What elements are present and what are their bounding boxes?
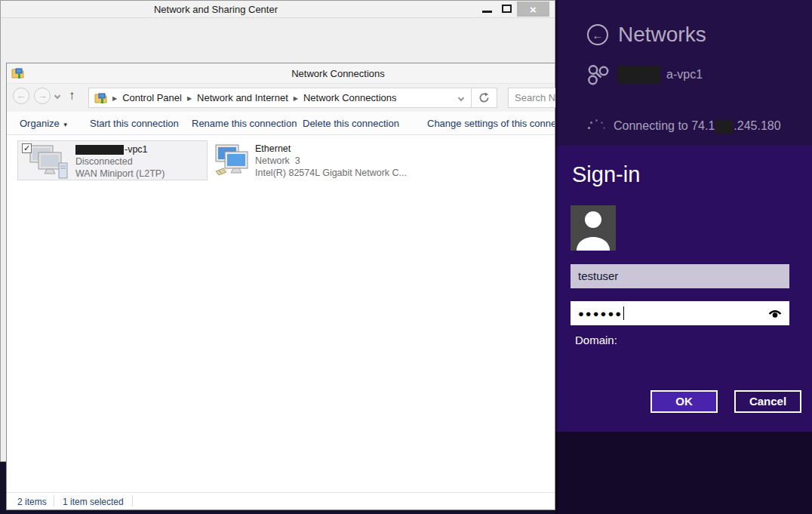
panel-header: ← Networks a-vpc1 [555,0,812,146]
organize-menu-button[interactable]: Organize▼ [20,118,69,129]
connections-list: ✓ -vpc1 Disconnected [7,135,555,493]
recent-locations-chevron-icon[interactable] [54,93,60,99]
breadcrumb-separator: ▶ [294,94,298,102]
status-divider [54,495,54,506]
signin-section: Sign-in testuser ●●●●●● [555,146,812,432]
connection-status: Disconnected [75,156,133,167]
signin-heading: Sign-in [572,162,640,187]
back-nav-button[interactable]: ← [13,88,29,104]
search-input[interactable]: Search Ne [508,88,556,108]
password-dots: ●●●●●● [578,308,623,319]
address-folder-icon [94,92,107,104]
search-placeholder: Search Ne [515,92,556,103]
person-icon [571,205,616,251]
connection-item-vpn[interactable]: ✓ -vpc1 Disconnected [17,140,208,180]
connecting-spinner-icon [587,119,605,133]
status-divider [132,495,133,506]
status-bar: 2 items 1 item selected [7,492,555,509]
text-caret [623,306,624,320]
maximize-button[interactable] [497,1,516,17]
redacted-text [75,145,124,155]
password-input[interactable]: ●●●●●● [571,301,789,325]
connection-name: -vpc1 [75,144,148,155]
front-window-titlebar[interactable]: Network Connections [7,63,555,84]
vpn-connection-icon [26,145,69,180]
cancel-button[interactable]: Cancel [734,390,801,413]
refresh-button[interactable] [472,88,497,108]
breadcrumb-control-panel[interactable]: Control Panel [122,92,182,103]
ethernet-connection-icon [214,144,251,180]
user-avatar [571,205,616,251]
window-network-connections: Network Connections ← → ↑ ▶ Control Pane… [6,63,555,510]
username-input[interactable]: testuser [571,264,789,288]
address-dropdown-chevron-icon[interactable] [458,95,464,101]
panel-footer [555,432,812,514]
forward-nav-button[interactable]: → [34,88,51,104]
breadcrumb-separator: ▶ [112,94,117,102]
address-toolbar: ← → ↑ ▶ Control Panel ▶ Network and Inte… [7,84,555,112]
panel-title: Networks [618,23,706,47]
redacted-text [617,66,660,84]
reveal-password-icon[interactable] [767,307,783,322]
back-window-titlebar[interactable]: Network and Sharing Center × [1,1,555,18]
vpn-network-row[interactable]: a-vpc1 [586,63,703,86]
breadcrumb-network-connections[interactable]: Network Connections [303,92,397,103]
selected-count: 1 item selected [63,497,124,507]
close-button[interactable]: × [517,2,549,17]
command-bar: Organize▼ Start this connection Rename t… [7,112,555,135]
up-one-level-button[interactable]: ↑ [69,88,75,103]
connection-item-ethernet[interactable]: Ethernet Network 3 Intel(R) 82574L Gigab… [214,140,411,180]
address-bar[interactable]: ▶ Control Panel ▶ Network and Internet ▶… [88,88,472,108]
connection-name: Ethernet [255,143,291,154]
items-count: 2 items [17,497,47,507]
username-value: testuser [578,269,618,282]
back-window-title: Network and Sharing Center [103,4,329,15]
rename-connection-button[interactable]: Rename this connection [192,118,297,129]
maximize-icon [502,5,512,13]
vpn-knot-icon [586,63,611,86]
breadcrumb-network-and-internet[interactable]: Network and Internet [197,92,288,103]
panel-back-button[interactable]: ← [587,24,608,45]
connecting-text: Connecting to 74.1.245.180 [614,119,781,134]
minimize-icon [482,11,492,13]
minimize-button[interactable] [477,1,497,17]
delete-connection-button[interactable]: Delete this connection [303,118,399,129]
change-settings-button[interactable]: Change settings of this connection [427,118,555,129]
domain-label: Domain: [575,334,617,346]
ok-button[interactable]: OK [651,390,718,413]
connection-device: Intel(R) 82574L Gigabit Network C... [255,168,407,178]
vpn-name: a-vpc1 [666,68,703,82]
refresh-icon [478,92,490,103]
network-connections-window-icon [11,67,24,82]
screen: Network and Sharing Center × Network Con… [0,0,812,514]
connecting-status-row: Connecting to 74.1.245.180 [587,119,781,134]
selected-checkbox[interactable]: ✓ [22,143,32,153]
organize-caret-icon: ▼ [63,122,69,128]
front-window-title: Network Connections [225,68,451,79]
connection-network: Network 3 [255,155,300,166]
start-connection-button[interactable]: Start this connection [90,118,179,129]
connection-device: WAN Miniport (L2TP) [75,168,165,179]
networks-flyout-panel: ← Networks a-vpc1 [555,0,812,514]
redacted-text [715,120,733,134]
breadcrumb-separator: ▶ [187,94,192,102]
